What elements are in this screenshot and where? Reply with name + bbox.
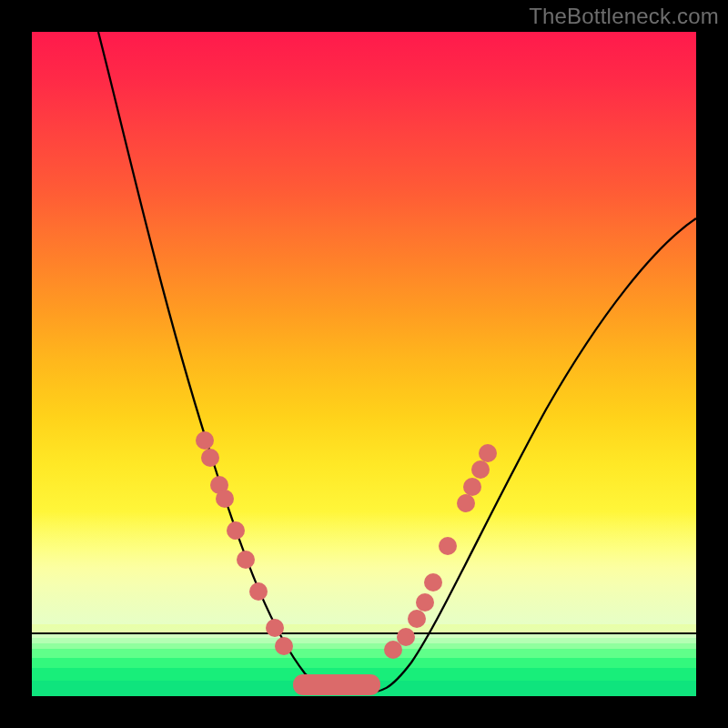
watermark-label: TheBottleneck.com <box>529 4 719 29</box>
chart-background-band-upper <box>32 511 696 568</box>
chart-background-band-lower <box>32 568 696 624</box>
chart-frame: TheBottleneck.com <box>0 0 728 728</box>
chart-background-green-stripes <box>32 634 696 696</box>
